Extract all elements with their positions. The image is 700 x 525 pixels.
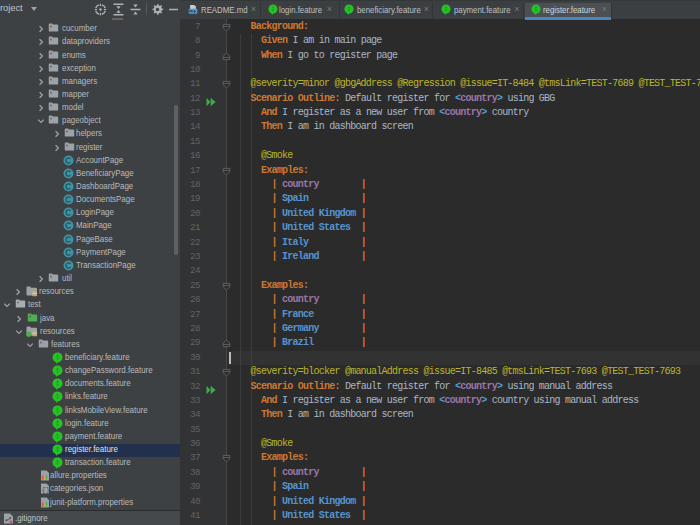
svg-text:{}: {} <box>42 486 50 494</box>
